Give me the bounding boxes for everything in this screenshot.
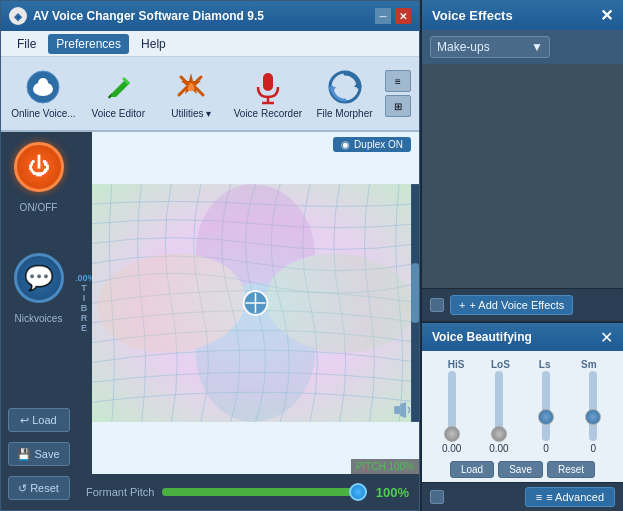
vb-slider-his: 0.00 <box>430 371 473 454</box>
ve-list-area[interactable] <box>422 64 623 288</box>
menu-preferences[interactable]: Preferences <box>48 34 129 54</box>
on-off-button[interactable]: ⏻ <box>14 142 64 192</box>
vb-value-los: 0.00 <box>489 443 508 454</box>
minimize-button[interactable]: ─ <box>375 8 391 24</box>
vb-track-los[interactable] <box>495 371 503 441</box>
voice-recorder-button[interactable]: Voice Recorder <box>232 65 304 123</box>
list-view-button[interactable]: ≡ <box>385 70 411 92</box>
nickvoices-button[interactable]: 💬 <box>14 253 64 303</box>
menu-bar: File Preferences Help <box>1 31 419 57</box>
pitch-bar: PITCH 100% <box>351 459 419 474</box>
duplex-badge: ◉ Duplex ON <box>333 137 411 152</box>
vb-reset-button[interactable]: Reset <box>547 461 595 478</box>
ve-close-button[interactable]: ✕ <box>600 6 613 25</box>
left-sidebar: ⏻ ON/OFF 💬 Nickvoices ↩ Load 💾 Save ↺ Re… <box>1 132 76 510</box>
app-title: AV Voice Changer Software Diamond 9.5 <box>33 9 264 23</box>
vb-track-ls[interactable] <box>542 371 550 441</box>
menu-help[interactable]: Help <box>133 34 174 54</box>
vb-thumb-sm[interactable] <box>585 409 601 425</box>
add-ve-icon: + <box>459 299 465 311</box>
vb-track-his[interactable] <box>448 371 456 441</box>
voice-editor-icon <box>100 69 136 105</box>
vb-header-sm: Sm <box>574 359 604 370</box>
duplex-icon: ◉ <box>341 139 350 150</box>
vb-header-his: HiS <box>441 359 471 370</box>
nickvoices-icon: 💬 <box>24 264 54 292</box>
vb-headers: HiS LoS Ls Sm <box>430 357 615 372</box>
formant-slider-thumb[interactable] <box>349 483 367 501</box>
svg-point-2 <box>38 78 48 88</box>
svg-rect-20 <box>394 406 400 414</box>
online-voice-label: Online Voice... <box>11 108 75 119</box>
view-toggles: ≡ ⊞ <box>385 70 411 117</box>
vb-thumb-ls[interactable] <box>538 409 554 425</box>
ve-title-bar: Voice Effects ✕ <box>422 0 623 30</box>
timbre-b: B <box>81 303 88 313</box>
vb-save-button[interactable]: Save <box>498 461 543 478</box>
window-controls: ─ ✕ <box>375 8 411 24</box>
vb-value-ls: 0 <box>543 443 549 454</box>
vb-value-his: 0.00 <box>442 443 461 454</box>
pitch-area: 100% T I B R E <box>76 132 419 510</box>
save-button[interactable]: 💾 Save <box>8 442 70 466</box>
file-morpher-icon <box>327 69 363 105</box>
vb-load-button[interactable]: Load <box>450 461 494 478</box>
voice-editor-button[interactable]: Voice Editor <box>86 65 151 123</box>
formant-slider[interactable] <box>162 488 363 496</box>
advanced-checkbox[interactable] <box>430 490 444 504</box>
app-icon: ◈ <box>9 7 27 25</box>
load-label: Load <box>32 414 56 426</box>
reset-button[interactable]: ↺ Reset <box>8 476 70 500</box>
file-morpher-button[interactable]: File Morpher <box>312 65 377 123</box>
vb-thumb-los[interactable] <box>491 426 507 442</box>
vb-slider-ls: 0 <box>525 371 568 454</box>
formant-bar: Formant Pitch 100% <box>76 474 419 510</box>
save-label: Save <box>34 448 59 460</box>
advanced-button[interactable]: ≡ ≡ Advanced <box>525 487 615 507</box>
online-voice-icon <box>25 69 61 105</box>
pitch-label: PITCH 100% <box>356 461 414 472</box>
vb-sliders-area: HiS LoS Ls Sm 0.00 0.00 <box>422 351 623 458</box>
voice-beautifying-panel: Voice Beautifying ✕ HiS LoS Ls Sm 0.00 <box>422 321 623 482</box>
main-window: ◈ AV Voice Changer Software Diamond 9.5 … <box>0 0 420 511</box>
duplex-label: Duplex ON <box>354 139 403 150</box>
main-content: ⏻ ON/OFF 💬 Nickvoices ↩ Load 💾 Save ↺ Re… <box>1 132 419 510</box>
voice-editor-label: Voice Editor <box>92 108 145 119</box>
utilities-button[interactable]: Utilities ▾ <box>159 65 224 123</box>
add-ve-checkbox[interactable] <box>430 298 444 312</box>
ve-dropdown: Make-ups ▼ <box>422 30 623 64</box>
load-button[interactable]: ↩ Load <box>8 408 70 432</box>
nickvoices-label: Nickvoices <box>15 313 63 324</box>
formant-slider-fill <box>162 488 353 496</box>
online-voice-button[interactable]: Online Voice... <box>9 65 78 123</box>
close-button[interactable]: ✕ <box>395 8 411 24</box>
menu-file[interactable]: File <box>9 34 44 54</box>
add-ve-label: + Add Voice Effects <box>469 299 564 311</box>
advanced-row: ≡ ≡ Advanced <box>422 482 623 511</box>
grid-view-button[interactable]: ⊞ <box>385 95 411 117</box>
add-voice-effects-button[interactable]: + + Add Voice Effects <box>450 295 573 315</box>
vb-thumb-his[interactable] <box>444 426 460 442</box>
vb-track-sm[interactable] <box>589 371 597 441</box>
title-bar: ◈ AV Voice Changer Software Diamond 9.5 … <box>1 1 419 31</box>
utilities-icon <box>173 69 209 105</box>
reset-icon: ↺ <box>18 482 27 495</box>
add-ve-row: + + Add Voice Effects <box>422 288 623 321</box>
vb-sliders-row: 0.00 0.00 0 <box>430 374 615 454</box>
formant-label: Formant Pitch <box>86 486 154 498</box>
svg-rect-4 <box>263 73 273 91</box>
vb-slider-sm: 0 <box>572 371 615 454</box>
pitch-controls: 100% T I B R E <box>76 132 419 474</box>
power-icon: ⏻ <box>28 154 50 180</box>
vb-header-los: LoS <box>485 359 515 370</box>
voice-recorder-icon <box>250 69 286 105</box>
vb-close-button[interactable]: ✕ <box>600 328 613 347</box>
vb-actions: Load Save Reset <box>422 458 623 482</box>
morph-canvas[interactable]: ◉ Duplex ON PITCH 100% <box>92 132 419 474</box>
formant-value: 100% <box>371 485 409 500</box>
chevron-down-icon: ▼ <box>531 40 543 54</box>
timbre-i: I <box>83 293 86 303</box>
ve-dropdown-select[interactable]: Make-ups ▼ <box>430 36 550 58</box>
timbre-e: E <box>81 323 87 333</box>
vb-value-sm: 0 <box>591 443 597 454</box>
